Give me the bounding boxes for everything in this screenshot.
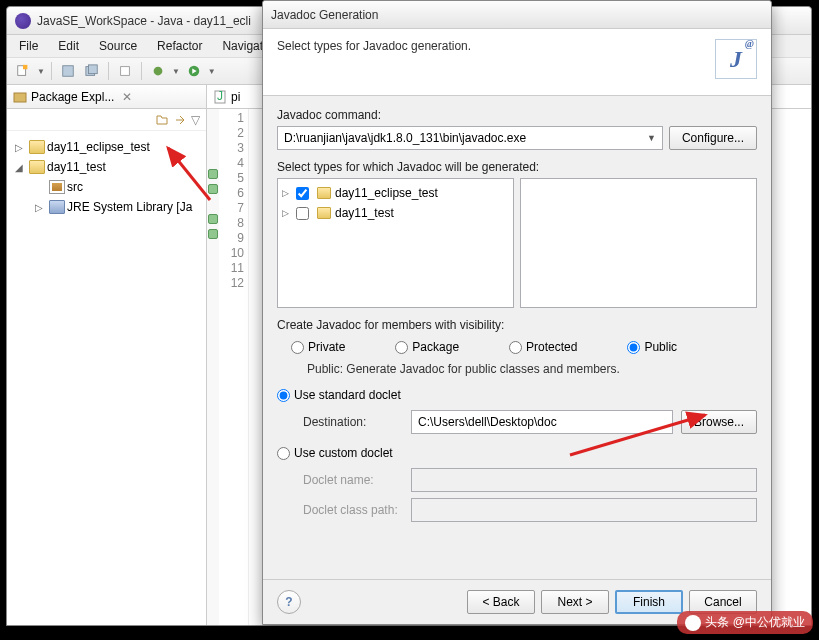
next-button[interactable]: Next > xyxy=(541,590,609,614)
package-icon xyxy=(13,90,27,104)
menu-edit[interactable]: Edit xyxy=(50,37,87,55)
svg-rect-4 xyxy=(88,65,97,74)
types-tree-right[interactable] xyxy=(520,178,757,308)
marker-bar xyxy=(207,109,219,625)
tree-item-src[interactable]: src xyxy=(11,177,202,197)
dialog-subtitle: Select types for Javadoc generation. xyxy=(277,39,715,53)
explorer-tab-label: Package Expl... xyxy=(31,90,114,104)
visibility-label: Create Javadoc for members with visibili… xyxy=(277,318,757,332)
javadoc-dialog: Javadoc Generation Select types for Java… xyxy=(262,0,772,625)
use-custom-doclet[interactable]: Use custom doclet xyxy=(277,440,757,462)
doclet-class-input xyxy=(411,498,757,522)
project-tree[interactable]: ▷ day11_eclipse_test ◢ day11_test src ▷ xyxy=(7,131,206,223)
marker-icon[interactable] xyxy=(208,184,218,194)
build-button[interactable] xyxy=(115,61,135,81)
svg-rect-1 xyxy=(23,65,27,69)
visibility-package[interactable]: Package xyxy=(395,340,459,354)
type-item[interactable]: ▷ day11_eclipse_test xyxy=(282,183,509,203)
save-button[interactable] xyxy=(58,61,78,81)
eclipse-icon xyxy=(15,13,31,29)
close-icon[interactable]: ✕ xyxy=(122,90,132,104)
javadoc-command-label: Javadoc command: xyxy=(277,108,757,122)
library-icon xyxy=(49,200,65,214)
back-button[interactable]: < Back xyxy=(467,590,535,614)
tree-item-day11-test[interactable]: ◢ day11_test xyxy=(11,157,202,177)
finish-button[interactable]: Finish xyxy=(615,590,683,614)
source-folder-icon xyxy=(49,180,65,194)
tree-item-day11-eclipse-test[interactable]: ▷ day11_eclipse_test xyxy=(11,137,202,157)
visibility-public[interactable]: Public xyxy=(627,340,677,354)
dialog-titlebar: Javadoc Generation xyxy=(263,1,771,29)
select-types-label: Select types for which Javadoc will be g… xyxy=(277,160,757,174)
type-checkbox[interactable] xyxy=(296,187,309,200)
configure-button[interactable]: Configure... xyxy=(669,126,757,150)
visibility-protected[interactable]: Protected xyxy=(509,340,577,354)
explorer-tab[interactable]: Package Expl... ✕ xyxy=(7,85,206,109)
doclet-name-input xyxy=(411,468,757,492)
explorer-toolbar: ▽ xyxy=(7,109,206,131)
types-tree-left[interactable]: ▷ day11_eclipse_test ▷ day11_test xyxy=(277,178,514,308)
javadoc-icon: J xyxy=(715,39,757,79)
project-icon xyxy=(317,207,331,219)
chevron-down-icon: ▼ xyxy=(647,133,656,143)
marker-icon[interactable] xyxy=(208,169,218,179)
type-item[interactable]: ▷ day11_test xyxy=(282,203,509,223)
project-icon xyxy=(29,160,45,174)
javadoc-command-value: D:\ruanjian\java\jdk1.8.0_131\bin\javado… xyxy=(284,131,526,145)
link-icon[interactable] xyxy=(173,114,187,126)
help-button[interactable]: ? xyxy=(277,590,301,614)
visibility-radio-group: Private Package Protected Public xyxy=(277,336,757,358)
browse-button[interactable]: Browse... xyxy=(681,410,757,434)
save-all-button[interactable] xyxy=(82,61,102,81)
svg-point-6 xyxy=(154,67,163,76)
avatar-icon xyxy=(685,615,701,631)
tree-item-jre[interactable]: ▷ JRE System Library [Ja xyxy=(11,197,202,217)
doclet-class-label: Doclet class path: xyxy=(303,503,403,517)
marker-icon[interactable] xyxy=(208,229,218,239)
type-checkbox[interactable] xyxy=(296,207,309,220)
visibility-private[interactable]: Private xyxy=(291,340,345,354)
javadoc-command-combo[interactable]: D:\ruanjian\java\jdk1.8.0_131\bin\javado… xyxy=(277,126,663,150)
menu-icon[interactable]: ▽ xyxy=(191,113,200,127)
debug-button[interactable] xyxy=(148,61,168,81)
watermark: 头条 @中公优就业 xyxy=(677,611,813,634)
svg-rect-8 xyxy=(14,93,26,102)
collapse-icon[interactable] xyxy=(155,114,169,126)
doclet-name-label: Doclet name: xyxy=(303,473,403,487)
svg-rect-5 xyxy=(121,67,130,76)
visibility-description: Public: Generate Javadoc for public clas… xyxy=(277,358,757,386)
svg-text:J: J xyxy=(217,90,223,103)
package-explorer: Package Expl... ✕ ▽ ▷ day11_eclipse_test… xyxy=(7,85,207,625)
marker-icon[interactable] xyxy=(208,214,218,224)
project-icon xyxy=(29,140,45,154)
svg-rect-2 xyxy=(63,66,74,77)
editor-tab-label: pi xyxy=(231,90,240,104)
menu-file[interactable]: File xyxy=(11,37,46,55)
destination-input[interactable]: C:\Users\dell\Desktop\doc xyxy=(411,410,673,434)
run-button[interactable] xyxy=(184,61,204,81)
destination-label: Destination: xyxy=(303,415,403,429)
menu-source[interactable]: Source xyxy=(91,37,145,55)
new-button[interactable] xyxy=(13,61,33,81)
dialog-header: Select types for Javadoc generation. J xyxy=(263,29,771,96)
project-icon xyxy=(317,187,331,199)
line-gutter: 12 34 56 78 910 1112 xyxy=(219,109,249,625)
java-file-icon: J xyxy=(213,90,227,104)
menu-refactor[interactable]: Refactor xyxy=(149,37,210,55)
use-standard-doclet[interactable]: Use standard doclet xyxy=(277,386,757,404)
